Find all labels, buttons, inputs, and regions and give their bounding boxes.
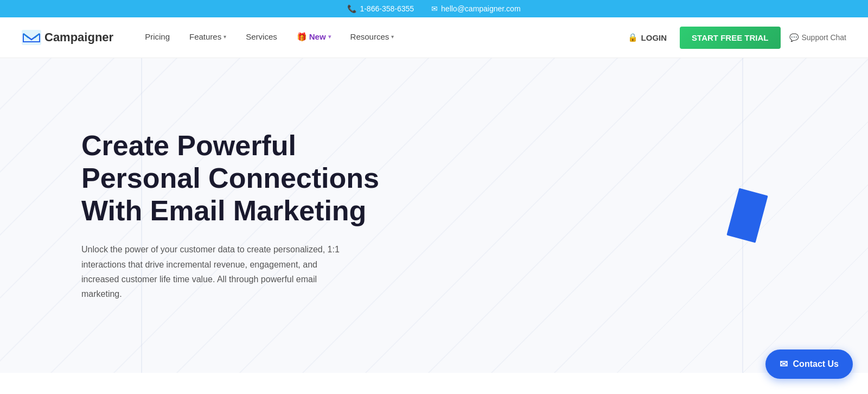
phone-icon: 📞 bbox=[347, 4, 356, 13]
blue-rectangle-decoration bbox=[726, 188, 768, 243]
contact-us-button[interactable]: ✉ Contact Us bbox=[765, 349, 853, 373]
lock-icon: 🔒 bbox=[628, 33, 638, 42]
nav-right: 🔒 LOGIN START FREE TRIAL 💬 Support Chat bbox=[623, 27, 846, 49]
nav-links: Pricing Features ▾ Services 🎁 New ▾ Reso… bbox=[135, 17, 623, 58]
svg-rect-0 bbox=[22, 30, 41, 45]
features-chevron-icon: ▾ bbox=[224, 34, 226, 40]
support-chat-button[interactable]: 💬 Support Chat bbox=[789, 33, 847, 42]
logo[interactable]: Campaigner bbox=[22, 30, 113, 45]
new-chevron-icon: ▾ bbox=[328, 34, 331, 40]
resources-chevron-icon: ▾ bbox=[391, 34, 394, 40]
hero-content: Create Powerful Personal Connections Wit… bbox=[81, 130, 407, 301]
hero-subtitle: Unlock the power of your customer data t… bbox=[81, 242, 347, 301]
hero-section: Create Powerful Personal Connections Wit… bbox=[0, 58, 868, 373]
nav-item-new[interactable]: 🎁 New ▾ bbox=[287, 17, 341, 58]
phone-item[interactable]: 📞 1-866-358-6355 bbox=[347, 4, 414, 13]
start-trial-button[interactable]: START FREE TRIAL bbox=[680, 27, 780, 49]
email-item[interactable]: ✉ hello@campaigner.com bbox=[431, 4, 521, 13]
contact-envelope-icon: ✉ bbox=[780, 358, 788, 370]
gift-icon: 🎁 bbox=[297, 32, 307, 42]
logo-text: Campaigner bbox=[44, 30, 113, 45]
logo-icon bbox=[22, 30, 41, 45]
nav-item-resources[interactable]: Resources ▾ bbox=[341, 17, 404, 58]
email-icon: ✉ bbox=[431, 4, 438, 13]
nav-item-pricing[interactable]: Pricing bbox=[135, 17, 180, 58]
nav-item-services[interactable]: Services bbox=[236, 17, 287, 58]
hero-title: Create Powerful Personal Connections Wit… bbox=[81, 130, 407, 227]
top-bar: 📞 1-866-358-6355 ✉ hello@campaigner.com bbox=[0, 0, 868, 17]
navbar: Campaigner Pricing Features ▾ Services 🎁… bbox=[0, 17, 868, 58]
chat-icon: 💬 bbox=[789, 33, 799, 42]
login-button[interactable]: 🔒 LOGIN bbox=[623, 33, 672, 42]
phone-number: 1-866-358-6355 bbox=[360, 4, 414, 13]
email-address: hello@campaigner.com bbox=[441, 4, 521, 13]
nav-item-features[interactable]: Features ▾ bbox=[180, 17, 236, 58]
